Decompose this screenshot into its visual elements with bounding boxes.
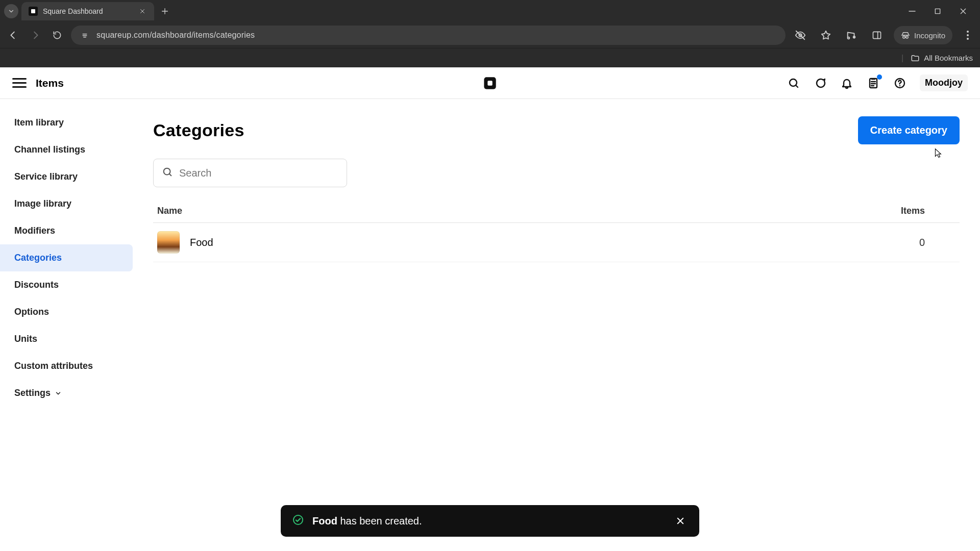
column-header-items: Items (901, 206, 955, 216)
sidebar-item-service-library[interactable]: Service library (0, 163, 133, 190)
tasks-icon[interactable] (867, 77, 880, 90)
incognito-chip[interactable]: Incognito (894, 26, 952, 44)
column-header-name: Name (157, 206, 182, 216)
sidebar-item-item-library[interactable]: Item library (0, 109, 133, 136)
tab-title: Square Dashboard (43, 7, 133, 15)
sidebar-item-channel-listings[interactable]: Channel listings (0, 136, 133, 163)
sidebar-item-discounts[interactable]: Discounts (0, 271, 133, 298)
window-minimize-button[interactable] (906, 6, 918, 17)
site-info-icon[interactable] (79, 30, 90, 41)
all-bookmarks-label: All Bookmarks (924, 54, 973, 62)
url-text: squareup.com/dashboard/items/categories (96, 31, 255, 40)
sidebar-item-options[interactable]: Options (0, 298, 133, 325)
svg-rect-4 (873, 32, 881, 38)
search-icon[interactable] (787, 77, 800, 90)
toast-rest: has been created. (337, 515, 422, 527)
page-title: Categories (153, 120, 244, 140)
tab-close-icon[interactable] (138, 7, 147, 16)
messages-icon[interactable] (814, 77, 827, 90)
tab-favicon (29, 7, 38, 16)
category-thumbnail (157, 231, 180, 254)
browser-forward-button[interactable] (27, 27, 43, 44)
sidebar-item-categories[interactable]: Categories (0, 244, 133, 271)
window-maximize-button[interactable] (932, 6, 943, 17)
search-field[interactable] (153, 159, 347, 187)
chevron-down-icon (55, 390, 62, 397)
new-tab-button[interactable] (157, 4, 173, 19)
svg-point-7 (967, 31, 969, 33)
category-items-count: 0 (919, 237, 955, 248)
table-row[interactable]: Food 0 (153, 223, 960, 262)
sidebar-item-modifiers[interactable]: Modifiers (0, 217, 133, 244)
toast-bold: Food (312, 515, 337, 527)
browser-menu-button[interactable] (961, 30, 975, 40)
browser-tab[interactable]: Square Dashboard (21, 2, 154, 20)
success-check-icon (292, 514, 304, 528)
svg-point-8 (967, 34, 969, 36)
svg-rect-11 (487, 81, 492, 85)
incognito-label: Incognito (914, 31, 945, 40)
toast: Food has been created. (281, 505, 699, 537)
search-icon (162, 166, 173, 180)
create-category-button[interactable]: Create category (858, 116, 960, 144)
media-control-icon[interactable] (843, 27, 860, 44)
browser-reload-button[interactable] (49, 27, 65, 44)
sidebar: Item library Channel listings Service li… (0, 99, 133, 551)
sidebar-item-label: Settings (14, 388, 51, 398)
all-bookmarks-button[interactable]: All Bookmarks (911, 54, 973, 63)
cursor-icon (932, 148, 943, 159)
svg-point-9 (967, 38, 969, 40)
toast-message: Food has been created. (312, 515, 422, 527)
sidebar-item-units[interactable]: Units (0, 325, 133, 353)
sidebar-item-image-library[interactable]: Image library (0, 190, 133, 217)
notifications-icon[interactable] (840, 77, 853, 90)
bookmark-star-icon[interactable] (817, 27, 835, 44)
toast-close-icon[interactable] (673, 513, 688, 529)
main-menu-button[interactable] (12, 76, 27, 90)
account-menu[interactable]: Moodjoy (920, 74, 968, 91)
tab-search-dropdown[interactable] (4, 4, 18, 18)
help-icon[interactable] (893, 77, 906, 90)
browser-back-button[interactable] (5, 27, 21, 44)
bookmarks-divider: | (901, 54, 903, 63)
category-name: Food (190, 237, 213, 248)
square-logo-icon[interactable] (482, 76, 498, 91)
sidebar-item-custom-attributes[interactable]: Custom attributes (0, 353, 133, 380)
address-bar[interactable]: squareup.com/dashboard/items/categories (71, 26, 786, 45)
sidebar-item-settings[interactable]: Settings (0, 380, 133, 407)
tasks-badge (877, 74, 882, 80)
tracking-protection-icon[interactable] (792, 27, 809, 44)
svg-point-2 (848, 37, 850, 39)
window-close-button[interactable] (958, 6, 969, 17)
search-input[interactable] (179, 167, 338, 179)
section-title: Items (36, 77, 64, 89)
svg-rect-0 (935, 9, 940, 13)
svg-point-15 (899, 85, 900, 86)
side-panel-icon[interactable] (868, 27, 886, 44)
